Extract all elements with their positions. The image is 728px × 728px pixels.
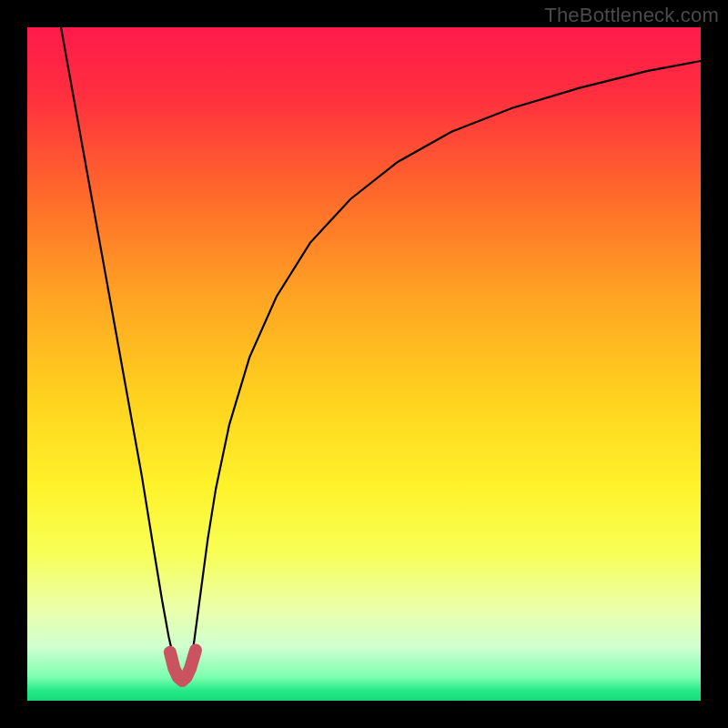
outer-frame: TheBottleneck.com <box>0 0 728 728</box>
plot-area <box>27 27 701 701</box>
watermark-text: TheBottleneck.com <box>544 4 719 27</box>
gradient-background <box>27 27 701 701</box>
chart-svg <box>27 27 701 701</box>
